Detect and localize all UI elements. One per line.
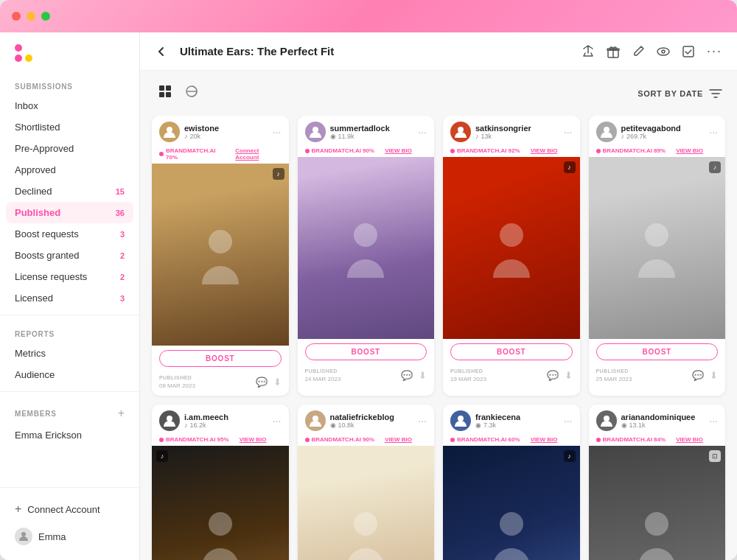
sidebar-item-label: Audience (15, 369, 55, 380)
brand-match-badge: BRANDMATCH.AI 70% (159, 147, 225, 161)
creator-username: satkinsongrier (475, 124, 531, 133)
sidebar-item-boost-requests[interactable]: Boost requests 3 (0, 223, 139, 245)
preview-button[interactable] (657, 45, 670, 58)
card-more-button[interactable]: ··· (273, 415, 282, 427)
sidebar-item-boosts-granted[interactable]: Boosts granted 2 (0, 245, 139, 266)
follower-count: 13k (481, 133, 492, 140)
boost-button[interactable]: BOOST (450, 343, 573, 360)
download-button[interactable]: ⬇ (273, 377, 282, 388)
download-button[interactable]: ⬇ (565, 370, 573, 381)
sidebar-item-license-requests[interactable]: License requests 2 (0, 266, 139, 287)
tiktok-badge: ♪ (273, 168, 284, 180)
minimize-button[interactable] (27, 12, 35, 21)
brand-match-row: BRANDMATCH.AI 89% VIEW BIO (589, 145, 726, 157)
follower-count: 16.2k (190, 421, 206, 429)
tiktok-badge: ♪ (564, 450, 576, 462)
back-button[interactable] (155, 45, 168, 58)
sidebar-item-published[interactable]: Published 36 (6, 202, 133, 223)
view-bio-link[interactable]: VIEW BIO (240, 436, 267, 443)
comment-button[interactable]: 💬 (401, 370, 413, 381)
share-button[interactable] (581, 45, 595, 58)
sort-label: SORT BY DATE (638, 89, 703, 98)
comment-button[interactable]: 💬 (692, 370, 704, 381)
plus-icon: + (15, 503, 21, 516)
app-window: SUBMISSIONS Inbox Shortlisted Pre-Approv… (0, 0, 737, 560)
creator-details: i.am.meech ♪ 16.2k (184, 413, 228, 429)
card-actions: 💬 ⬇ (547, 370, 573, 381)
creator-stats: ♪ 16.2k (184, 421, 228, 429)
card-more-button[interactable]: ··· (709, 126, 718, 138)
boost-button[interactable]: BOOST (596, 343, 719, 360)
grid-view-button[interactable] (155, 81, 175, 105)
svg-point-20 (312, 416, 318, 421)
svg-point-13 (354, 223, 377, 247)
close-button[interactable] (12, 12, 21, 21)
svg-rect-5 (159, 85, 164, 91)
brand-match-badge: BRANDMATCH.AI 90% (305, 436, 375, 443)
creator-card-nataliefrickeblog: nataliefrickeblog ◉ 10.8k ··· (298, 405, 435, 560)
view-bio-link[interactable]: VIEW BIO (676, 147, 703, 154)
brand-match-row: BRANDMATCH.AI 60% VIEW BIO (443, 434, 580, 446)
view-bio-link[interactable]: VIEW BIO (531, 147, 558, 154)
published-info: PUBLISHED 25 MAR 2023 (596, 368, 632, 383)
comment-button[interactable]: 💬 (256, 377, 268, 388)
card-more-button[interactable]: ··· (564, 415, 573, 427)
published-date: 24 MAR 2023 (305, 375, 341, 383)
card-more-button[interactable]: ··· (564, 126, 573, 138)
creator-avatar (450, 410, 471, 431)
check-button[interactable] (682, 45, 695, 58)
card-image (298, 157, 435, 339)
add-member-button[interactable]: + (118, 407, 125, 420)
creator-info: frankiecena ◉ 7.3k (450, 410, 564, 431)
sort-button[interactable]: SORT BY DATE (638, 88, 722, 99)
creator-avatar (159, 410, 180, 431)
follower-count: 20k (190, 133, 201, 140)
creator-username: i.am.meech (184, 413, 228, 421)
card-more-button[interactable]: ··· (273, 126, 282, 138)
sidebar-item-approved[interactable]: Approved (0, 159, 139, 181)
card-more-button[interactable]: ··· (418, 415, 427, 427)
sidebar-item-inbox[interactable]: Inbox (0, 95, 139, 116)
view-bio-link[interactable]: VIEW BIO (385, 436, 412, 443)
view-bio-link[interactable]: VIEW BIO (531, 436, 558, 443)
published-label: PUBLISHED (159, 374, 195, 382)
edit-button[interactable] (632, 45, 645, 58)
sidebar-item-audience[interactable]: Audience (0, 364, 139, 385)
maximize-button[interactable] (41, 12, 50, 21)
card-more-button[interactable]: ··· (709, 415, 718, 427)
brand-match-row: BRANDMATCH.AI 70% Connect Account (152, 145, 289, 164)
boost-button[interactable]: BOOST (305, 343, 427, 360)
user-profile-button[interactable]: Emma (0, 522, 139, 551)
sidebar-item-label: Pre-Approved (15, 143, 74, 154)
sidebar-item-emma-erickson[interactable]: Emma Erickson (0, 424, 139, 446)
creator-card-frankiecena: frankiecena ◉ 7.3k ··· (443, 405, 580, 560)
download-button[interactable]: ⬇ (710, 370, 718, 381)
tiktok-icon: ♪ (475, 133, 479, 140)
content-scroll: ewistone ♪ 20k ··· (140, 116, 737, 560)
creator-info: nataliefrickeblog ◉ 10.8k (305, 410, 419, 431)
comment-button[interactable]: 💬 (547, 370, 559, 381)
view-bio-link[interactable]: VIEW BIO (385, 147, 412, 154)
sidebar-item-licensed[interactable]: Licensed 3 (0, 287, 139, 309)
sidebar-item-metrics[interactable]: Metrics (0, 343, 139, 364)
connect-account-button[interactable]: + Connect Account (0, 497, 139, 522)
view-bio-link[interactable]: Connect Account (235, 147, 281, 161)
view-bio-link[interactable]: VIEW BIO (676, 436, 703, 443)
sidebar-item-pre-approved[interactable]: Pre-Approved (0, 138, 139, 159)
boosts-granted-badge: 2 (120, 251, 125, 260)
sidebar-item-declined[interactable]: Declined 15 (0, 181, 139, 202)
svg-point-15 (500, 223, 523, 247)
list-view-button[interactable] (181, 81, 202, 105)
creator-info: satkinsongrier ♪ 13k (450, 122, 564, 142)
gift-button[interactable] (607, 45, 620, 58)
card-more-button[interactable]: ··· (418, 126, 427, 138)
follower-count: 11.9k (338, 133, 354, 140)
sidebar-item-shortlisted[interactable]: Shortlisted (0, 116, 139, 138)
more-button[interactable]: ··· (707, 43, 722, 59)
svg-point-19 (209, 512, 232, 536)
download-button[interactable]: ⬇ (419, 370, 427, 381)
card-image (298, 446, 435, 560)
boost-button[interactable]: BOOST (159, 350, 282, 367)
svg-point-17 (645, 223, 668, 247)
logo (0, 32, 139, 74)
